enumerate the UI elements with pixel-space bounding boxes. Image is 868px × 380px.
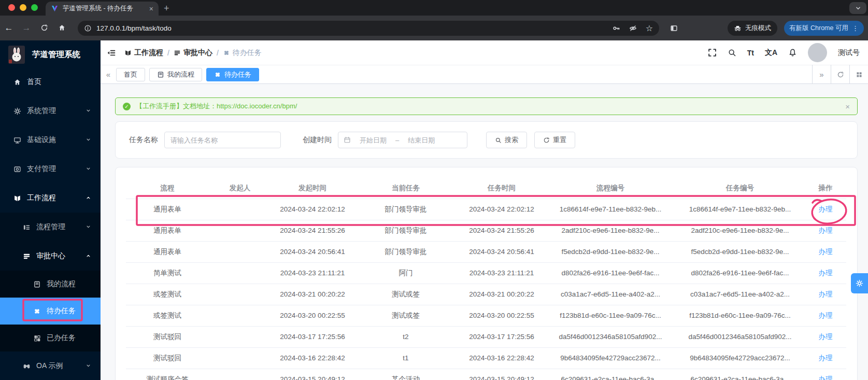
refresh-tab-button[interactable] [831, 65, 849, 84]
cell-task-time: 2024-03-16 22:28:42 [458, 347, 546, 369]
handle-link[interactable]: 办理 [819, 312, 833, 319]
sidebar-item-approval-center[interactable]: 审批中心 [0, 242, 101, 271]
password-key-icon[interactable] [613, 24, 620, 32]
minimize-window-button[interactable] [20, 4, 26, 11]
cell-process-id: da5f46d0012346a58105afd902... [546, 326, 675, 347]
side-panel-icon[interactable] [670, 24, 678, 32]
refresh-icon [837, 71, 844, 78]
cell-process: 通用表单 [126, 220, 209, 241]
breadcrumb-approval-center[interactable]: 审批中心 [174, 48, 212, 58]
handle-link[interactable]: 办理 [819, 290, 833, 298]
search-button[interactable]: 搜索 [486, 132, 527, 148]
forward-button[interactable]: → [18, 23, 35, 33]
cell-current-task: 阿门 [354, 262, 458, 284]
cell-current-task: t1 [354, 347, 458, 369]
new-tab-button[interactable]: + [164, 3, 169, 14]
main-content: ✓ 【工作流手册】文档地址：https://doc.iocoder.cn/bpm… [101, 84, 868, 380]
tab-home[interactable]: 首页 [116, 68, 145, 81]
cell-action: 办理 [805, 262, 846, 284]
handle-link[interactable]: 办理 [819, 248, 833, 256]
reset-button[interactable]: 重置 [534, 132, 575, 148]
username[interactable]: 测试号 [838, 48, 860, 58]
scroll-tabs-right-button[interactable]: » [812, 65, 831, 84]
chevron-down-icon [86, 165, 91, 173]
chevron-down-icon [86, 362, 91, 370]
sidebar-item-infra[interactable]: 基础设施 [0, 125, 101, 154]
address-bar[interactable]: 127.0.0.1/bpm/task/todo ☆ [78, 21, 659, 36]
cell-initiator [209, 305, 271, 326]
cell-action: 办理 [805, 326, 846, 347]
breadcrumb-workflow[interactable]: 工作流程 [124, 48, 163, 58]
sidebar-item-workflow[interactable]: 工作流程 [0, 184, 101, 213]
incognito-badge: 无痕模式 [728, 21, 777, 36]
handle-link[interactable]: 办理 [819, 333, 833, 341]
sidebar-item-my-process[interactable]: 我的流程 [0, 271, 101, 298]
floating-settings-button[interactable] [851, 273, 868, 293]
doc-link[interactable]: https://doc.iocoder.cn/bpm/ [217, 102, 297, 110]
task-table-card: 流程 发起人 发起时间 当前任务 任务时间 流程编号 任务编号 操作 通用表单 … [115, 167, 858, 380]
handle-link[interactable]: 办理 [819, 354, 833, 362]
col-current-task: 当前任务 [354, 178, 458, 199]
sidebar-item-todo-tasks[interactable]: 待办任务 [0, 298, 101, 325]
cell-action: 办理 [805, 369, 846, 380]
window-controls[interactable] [8, 4, 38, 11]
tab-search-chevron-button[interactable] [849, 2, 866, 14]
handle-link[interactable]: 办理 [819, 375, 833, 380]
sidebar-item-oa-example[interactable]: OA 示例 [0, 351, 101, 380]
tab-my-process[interactable]: 我的流程 [149, 68, 202, 81]
home-button[interactable] [53, 23, 70, 33]
task-name-input[interactable] [164, 132, 281, 148]
bell-icon[interactable] [788, 48, 797, 57]
browser-menu-icon[interactable]: ⋮ [852, 24, 859, 32]
scroll-tabs-left-button[interactable]: « [101, 70, 116, 79]
reload-button[interactable] [35, 23, 53, 33]
maximize-window-button[interactable] [31, 4, 38, 11]
handle-link[interactable]: 办理 [819, 269, 833, 277]
back-button[interactable]: ← [0, 23, 18, 33]
browser-tab[interactable]: 芋道管理系统 - 待办任务 × [46, 2, 159, 16]
cell-start-time: 2024-03-17 17:25:56 [271, 326, 354, 347]
sidebar-item-system[interactable]: 系统管理 [0, 96, 101, 125]
handle-link[interactable]: 办理 [819, 205, 833, 213]
cell-task-id: 6c209631-e2ca-11ee-bac6-3a... [675, 369, 805, 380]
flag-icon [124, 49, 132, 57]
table-row: 测试顺序会签 2024-03-15 20:49:12 某个活动 2024-03-… [126, 369, 846, 380]
bookmark-star-icon[interactable]: ☆ [646, 25, 653, 32]
end-date-input[interactable] [402, 136, 440, 144]
sidebar-item-process-mgmt[interactable]: 流程管理 [0, 213, 101, 242]
cell-action: 办理 [805, 220, 846, 241]
date-range-picker[interactable]: – [338, 132, 467, 148]
sidebar-item-payment[interactable]: 支付管理 [0, 154, 101, 184]
date-range-separator: – [395, 136, 399, 144]
header-actions: Tt 文A 测试号 [708, 43, 868, 62]
language-icon[interactable]: 文A [765, 48, 777, 58]
eye-off-icon[interactable] [629, 24, 637, 32]
close-window-button[interactable] [8, 4, 15, 11]
tab-todo-tasks[interactable]: 待办任务 [206, 68, 259, 81]
font-size-icon[interactable]: Tt [747, 49, 754, 57]
chrome-update-button[interactable]: 有新版 Chrome 可用 ⋮ [784, 21, 864, 36]
tab-close-icon[interactable]: × [149, 5, 153, 13]
site-info-icon[interactable] [84, 24, 92, 32]
cell-process-id: 9b64834095fe42729acc23672... [546, 347, 675, 369]
sidebar-collapse-icon[interactable] [107, 48, 116, 58]
sidebar-item-home[interactable]: 首页 [0, 67, 101, 96]
url-text[interactable]: 127.0.0.1/bpm/task/todo [96, 24, 608, 32]
tab-options-button[interactable] [849, 65, 868, 84]
cell-process: 或签测试 [126, 305, 209, 326]
sidebar-item-done-tasks[interactable]: 已办任务 [0, 325, 101, 351]
gear-icon [856, 279, 863, 287]
avatar[interactable] [808, 43, 827, 62]
breadcrumb-separator: / [167, 49, 169, 57]
handle-link[interactable]: 办理 [819, 227, 833, 234]
cell-task-id: c03a1ac7-e6d5-11ee-a402-a2... [675, 284, 805, 305]
chevron-up-icon [86, 252, 91, 260]
fullscreen-icon[interactable] [708, 48, 717, 57]
cell-start-time: 2024-03-24 21:55:26 [271, 220, 354, 241]
start-date-input[interactable] [354, 136, 392, 144]
search-icon[interactable] [728, 48, 736, 57]
cell-current-task: 部门领导审批 [354, 241, 458, 262]
search-icon [495, 137, 502, 144]
alert-close-icon[interactable]: × [845, 102, 850, 111]
grid-icon [33, 334, 41, 342]
